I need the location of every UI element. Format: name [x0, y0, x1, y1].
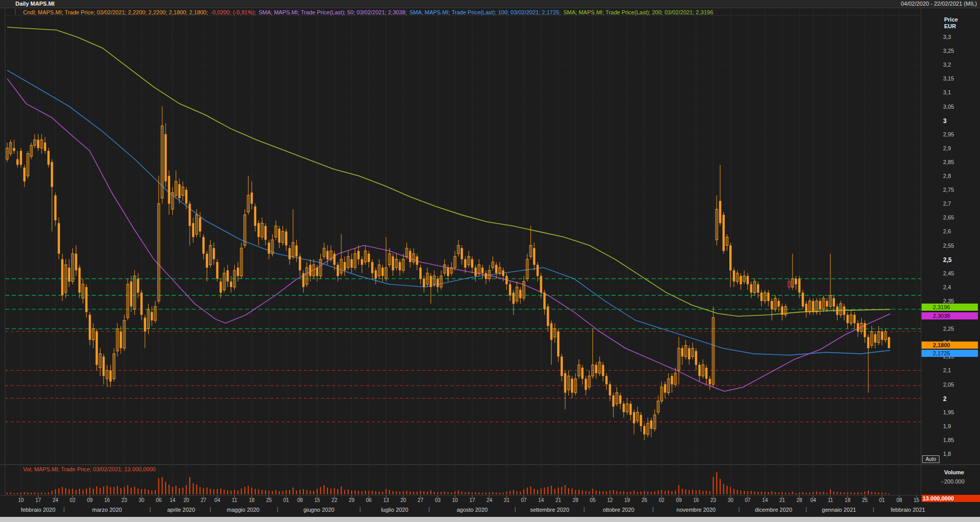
candle [478, 259, 480, 276]
price-axis-tick: 2,95 [943, 131, 954, 137]
candle [533, 243, 535, 270]
x-axis-day-tick: 08 [294, 497, 306, 503]
candle [137, 273, 139, 298]
month-separator: | [359, 506, 361, 512]
x-axis-day-tick: 06 [363, 497, 375, 503]
legend-sma100[interactable]: SMA; MAPS.MI; Trade Price(Last); 100; 03… [410, 9, 561, 15]
candle [588, 370, 590, 390]
candle [175, 170, 177, 198]
x-axis-month-label: febbraio 2020 [21, 507, 55, 513]
candle [413, 248, 415, 265]
candle [68, 259, 70, 287]
x-axis-day-tick: 18 [246, 497, 258, 503]
x-axis-day-tick: 03 [432, 497, 444, 503]
x-axis-day-tick: 17 [466, 497, 478, 503]
candle [554, 323, 556, 343]
candle [581, 365, 583, 385]
candle [529, 226, 532, 259]
x-axis-day-tick: 07 [742, 497, 754, 503]
volume-legend[interactable]: Vol; MAPS.MI; Trade Price; 03/02/2021; 1… [23, 466, 156, 472]
candle [643, 423, 645, 440]
candle [850, 309, 852, 326]
candle [633, 409, 635, 434]
candle [805, 301, 807, 318]
candle [292, 209, 294, 259]
horizontal-scrollbar[interactable] [0, 517, 980, 522]
x-axis-month-label: giugno 2020 [303, 507, 335, 513]
candle [626, 398, 628, 415]
x-axis-day-tick: 13 [380, 497, 392, 503]
month-separator: | [149, 506, 151, 512]
candle [261, 217, 263, 239]
x-axis-day-tick: 23 [707, 497, 720, 503]
candle [836, 304, 838, 320]
x-axis-day-tick: 24 [483, 497, 496, 503]
price-axis-tick: 3,25 [943, 48, 954, 54]
candle [785, 304, 787, 317]
candle [89, 312, 91, 346]
legend-candle[interactable]: Cndl; MAPS.MI; Trade Price; 03/02/2021; … [23, 9, 208, 15]
candle [206, 251, 208, 282]
candle [488, 265, 491, 282]
legend-sma50[interactable]: SMA; MAPS.MI; Trade Price(Last); 50; 03/… [258, 9, 406, 15]
candle [430, 273, 432, 304]
candle [371, 259, 373, 279]
candle [867, 334, 869, 393]
x-axis-month-label: dicembre 2020 [755, 507, 792, 513]
x-axis-day-tick: 22 [328, 497, 340, 503]
candle [99, 348, 101, 376]
candle [509, 282, 511, 301]
candle [309, 259, 311, 282]
legend-change: -0,0200; (-0,91%); [211, 9, 256, 15]
legend-sma200[interactable]: SMA; MAPS.MI; Trade Price(Last); 200; 03… [563, 9, 713, 15]
candle [543, 290, 545, 315]
candle [781, 304, 783, 320]
candle [654, 409, 656, 431]
price-axis-tick: 2,6 [943, 228, 951, 234]
price-axis-tick: 2 [943, 395, 947, 403]
candle [216, 259, 218, 282]
candle [171, 187, 173, 215]
sma-50-line [7, 78, 890, 391]
candle [650, 418, 652, 437]
price-axis-tick: 2,1 [943, 367, 951, 373]
price-axis-tick: 1,95 [943, 409, 954, 415]
candle [402, 254, 404, 273]
candle [505, 273, 507, 290]
candle [723, 212, 725, 253]
candle [612, 393, 615, 418]
candle [540, 273, 542, 298]
candle [34, 134, 36, 148]
price-axis-tick: 2,85 [943, 159, 954, 165]
price-axis-tick: 2,4 [943, 284, 951, 290]
price-axis-tick: 3,05 [943, 104, 954, 110]
candle [6, 143, 8, 162]
candle [168, 170, 170, 215]
month-separator: | [63, 506, 65, 512]
candle [471, 256, 473, 273]
x-axis-day-tick: 23 [118, 497, 130, 503]
volume-value-badge: 13.000,0000 [922, 495, 980, 502]
x-axis-day-tick: 17 [32, 497, 44, 503]
candle [661, 382, 663, 404]
candle [740, 273, 742, 290]
x-axis-day-tick: 09 [672, 497, 685, 503]
month-separator: | [806, 506, 807, 512]
gridlines [5, 8, 921, 494]
candle [688, 346, 690, 365]
candle [747, 273, 749, 290]
candle [85, 284, 87, 317]
candle [130, 276, 132, 312]
candle [103, 354, 105, 385]
x-axis-day-tick: 30 [724, 497, 737, 503]
candle [767, 290, 769, 307]
auto-scale-button[interactable]: Auto [922, 455, 940, 463]
price-axis-header-line2: EUR [944, 23, 958, 30]
price-chart-canvas[interactable] [0, 0, 980, 522]
candle [192, 217, 194, 243]
candle [575, 373, 577, 395]
candle [75, 246, 77, 276]
candle [82, 279, 84, 304]
price-axis-tick: 2,05 [943, 382, 954, 388]
month-separator: | [873, 506, 874, 512]
